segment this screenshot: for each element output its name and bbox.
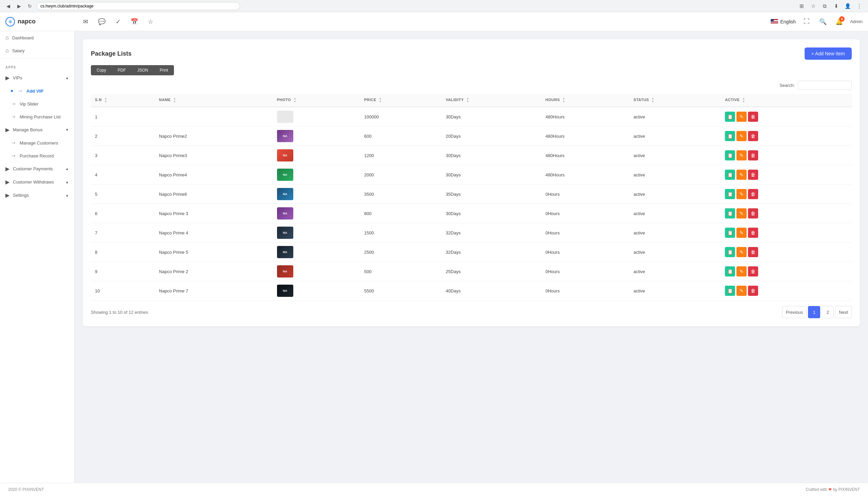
settings-arrow-icon: ▶	[5, 192, 10, 199]
delete-button[interactable]: 🗑	[748, 170, 758, 180]
cell-actions: 📋✎🗑	[721, 223, 852, 243]
col-photo[interactable]: PHOTO ▲▼	[273, 94, 360, 107]
language-selector[interactable]: English	[771, 19, 796, 25]
delete-button[interactable]: 🗑	[748, 150, 758, 160]
delete-button[interactable]: 🗑	[748, 228, 758, 238]
sidebar-item-customer-withdraws[interactable]: ▶ Customer Withdraws ▲	[0, 175, 74, 189]
delete-button[interactable]: 🗑	[748, 286, 758, 296]
view-button[interactable]: 📋	[725, 112, 735, 122]
col-sn[interactable]: S.N ▲▼	[91, 94, 155, 107]
url-bar[interactable]	[37, 2, 240, 10]
print-button[interactable]: Print	[154, 65, 174, 75]
back-button[interactable]: ◀	[4, 2, 12, 10]
pagination-row: Showing 1 to 10 of 12 entries Previous 1…	[91, 306, 852, 318]
edit-button[interactable]: ✎	[737, 266, 746, 277]
sidebar-item-purchase-record[interactable]: → Purchase Record	[0, 149, 74, 162]
search-icon[interactable]: 🔍	[818, 16, 828, 27]
calendar-icon[interactable]: 📅	[129, 16, 140, 27]
sidebar-item-dashboard[interactable]: ⌂ Dashboard	[0, 31, 74, 44]
fullscreen-icon[interactable]: ⛶	[801, 16, 812, 27]
notification-icon[interactable]: 🔔 5	[834, 16, 845, 27]
edit-button[interactable]: ✎	[737, 228, 746, 238]
edit-button[interactable]: ✎	[737, 286, 746, 296]
col-status[interactable]: STATUS ▲▼	[630, 94, 721, 107]
json-button[interactable]: JSON	[131, 65, 154, 75]
star-icon[interactable]: ☆	[145, 16, 156, 27]
admin-label[interactable]: Admin	[850, 19, 863, 24]
sidebar-item-mining[interactable]: → Mining Purchase List	[0, 110, 74, 123]
copy-button[interactable]: Copy	[91, 65, 112, 75]
chat-icon[interactable]: 💬	[96, 16, 107, 27]
forward-button[interactable]: ▶	[15, 2, 23, 10]
pdf-button[interactable]: PDF	[112, 65, 131, 75]
search-input[interactable]	[798, 81, 852, 90]
view-button[interactable]: 📋	[725, 131, 735, 141]
col-name[interactable]: NAME ▲▼	[155, 94, 273, 107]
page-2-button[interactable]: 2	[822, 306, 834, 318]
col-hours[interactable]: HOURS ▲▼	[542, 94, 630, 107]
sidebar-item-manage-customers[interactable]: → Manage Customers	[0, 136, 74, 149]
delete-button[interactable]: 🗑	[748, 208, 758, 218]
profile-icon[interactable]: 👤	[843, 1, 852, 11]
sidebar-label-payments: Customer Payments	[13, 166, 53, 171]
status-sort-icon: ▲▼	[652, 97, 654, 103]
view-button[interactable]: 📋	[725, 228, 735, 238]
delete-button[interactable]: 🗑	[748, 189, 758, 199]
cell-validity: 32Days	[442, 223, 542, 243]
delete-button[interactable]: 🗑	[748, 266, 758, 277]
view-button[interactable]: 📋	[725, 286, 735, 296]
edit-button[interactable]: ✎	[737, 170, 746, 180]
delete-button[interactable]: 🗑	[748, 112, 758, 122]
edit-button[interactable]: ✎	[737, 208, 746, 218]
cell-sn: 6	[91, 204, 155, 223]
sidebar-item-settings[interactable]: ▶ Settings ▲	[0, 189, 74, 202]
col-active[interactable]: ACTIVE ▲▼	[721, 94, 852, 107]
sidebar-label-customers: Manage Customers	[20, 140, 58, 145]
next-button[interactable]: Next	[835, 306, 852, 318]
mail-icon[interactable]: ✉	[80, 16, 91, 27]
page-1-button[interactable]: 1	[808, 306, 820, 318]
view-button[interactable]: 📋	[725, 266, 735, 277]
sidebar-item-add-vip[interactable]: → Add VIP	[0, 84, 74, 97]
edit-button[interactable]: ✎	[737, 189, 746, 199]
cell-price: 1200	[360, 146, 442, 165]
sidebar-item-vip-slider[interactable]: → Vip Slider	[0, 97, 74, 110]
delete-button[interactable]: 🗑	[748, 131, 758, 141]
table-row: 6Napco Prime 3NA80030Days0Hoursactive📋✎🗑	[91, 204, 852, 223]
bookmark-icon[interactable]: ☆	[808, 1, 818, 11]
edit-button[interactable]: ✎	[737, 112, 746, 122]
add-new-item-button[interactable]: + Add New Item	[805, 47, 852, 60]
active-sort-icon: ▲▼	[742, 97, 745, 103]
cell-photo: NA	[273, 146, 360, 165]
col-validity[interactable]: VALIDITY ▲▼	[442, 94, 542, 107]
col-price[interactable]: PRICE ▲▼	[360, 94, 442, 107]
refresh-button[interactable]: ↻	[26, 2, 34, 10]
translate-icon[interactable]: ⊞	[797, 1, 806, 11]
cell-name: Napco Prime 2	[155, 262, 273, 281]
sidebar-item-customer-payments[interactable]: ▶ Customer Payments ▲	[0, 162, 74, 175]
previous-button[interactable]: Previous	[782, 306, 807, 318]
view-button[interactable]: 📋	[725, 150, 735, 160]
sidebar-item-manage-bonus[interactable]: ▶ Manage Bonus ▼	[0, 123, 74, 136]
sidebar-item-salary[interactable]: ⌂ Salary	[0, 44, 74, 57]
download-icon[interactable]: ⬇	[831, 1, 841, 11]
edit-button[interactable]: ✎	[737, 150, 746, 160]
view-button[interactable]: 📋	[725, 247, 735, 257]
photo-image: NA	[277, 149, 293, 161]
view-button[interactable]: 📋	[725, 170, 735, 180]
sidebar-label-add-vip: Add VIP	[27, 89, 44, 94]
menu-icon[interactable]: ⋮	[854, 1, 864, 11]
edit-button[interactable]: ✎	[737, 247, 746, 257]
cell-status: active	[630, 185, 721, 204]
view-button[interactable]: 📋	[725, 208, 735, 218]
name-sort-icon: ▲▼	[173, 97, 176, 103]
view-button[interactable]: 📋	[725, 189, 735, 199]
photo-image: NA	[277, 246, 293, 258]
table-body: 110000030Days480Hoursactive📋✎🗑2Napco Pri…	[91, 107, 852, 300]
check-icon[interactable]: ✓	[113, 16, 124, 27]
edit-button[interactable]: ✎	[737, 131, 746, 141]
sidebar-item-vips[interactable]: ▶ VIPs ▲	[0, 71, 74, 84]
extensions-icon[interactable]: ⧉	[820, 1, 829, 11]
export-buttons: Copy PDF JSON Print	[91, 65, 852, 75]
delete-button[interactable]: 🗑	[748, 247, 758, 257]
